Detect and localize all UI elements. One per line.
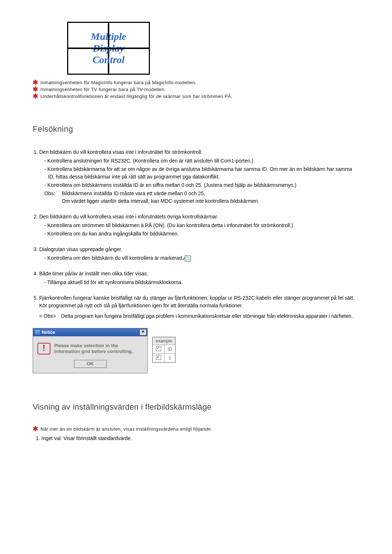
values-note: När mer än en bildskärm är ansluten, vis…	[40, 426, 212, 432]
checkbox-icon	[156, 355, 161, 360]
top-note: Inmatningsenheten för TV fungerar bara p…	[40, 87, 166, 92]
checkbox-icon	[185, 255, 191, 262]
trouble-lead: Både timer på/av är inställt men olika t…	[39, 271, 148, 276]
star-icon: ✱	[33, 94, 38, 99]
ok-button[interactable]: OK	[74, 360, 107, 368]
trouble-item-5: Fjärrkontrollen fungerar kanske bristfäl…	[39, 294, 359, 320]
trouble-sub: Kontrollera om bildskärmens inställda ID…	[44, 181, 359, 189]
obs-body: Detta program kan fungera bristfälligt p…	[61, 312, 359, 320]
trouble-lead: Fjärrkontrollen fungerar kanske bristfäl…	[39, 295, 354, 308]
trouble-item-1: Den bildskärm du vill kontrollera visas …	[39, 148, 359, 205]
heading-display-values: Visning av inställningsvärden i flerbild…	[33, 402, 359, 412]
top-note: Underhållskontrollfunktionen är endast t…	[40, 94, 232, 99]
id-value: 1	[164, 354, 175, 362]
multiple-display-control-logo: Multiple Display Control	[67, 22, 359, 75]
star-icon: ✱	[33, 80, 38, 85]
notice-dialog: Notice × Please make selection in the in…	[33, 328, 148, 373]
trouble-sub: Kontrollera om du kan ändra ingångskälla…	[44, 230, 359, 238]
logo-line1: Multiple	[91, 31, 126, 42]
checkbox-icon	[156, 346, 161, 351]
values-item-1: Inget val: Visar förinställt standardvär…	[41, 435, 359, 441]
top-note: Inmatningsenheten för MagicInfo fungerar…	[40, 80, 196, 85]
trouble-lead: Den bildskärm du vill kontrollera visas …	[39, 214, 218, 219]
trouble-item-4: Både timer på/av är inställt men olika t…	[39, 270, 359, 286]
dialog-title: Notice	[42, 330, 139, 335]
star-icon: ✱	[33, 87, 38, 92]
close-button[interactable]: ×	[139, 329, 147, 336]
trouble-sub: Kontrollera anslutningen för RS232C. (Ko…	[44, 157, 359, 165]
example-grid: example ID 1	[152, 337, 176, 363]
trouble-lead: Den bildskärm du vill kontrollera visas …	[39, 149, 203, 155]
trouble-sub: Tillämpa aktuell tid för att synkroniser…	[44, 279, 359, 286]
dialog-message: Please make selection in the information…	[54, 343, 143, 355]
app-icon	[34, 329, 40, 335]
trouble-item-2: Den bildskärm du vill kontrollera visas …	[39, 213, 359, 238]
logo-line3: Control	[93, 54, 125, 66]
trouble-item-3: Dialogrutan visas upprepade gånger. Kont…	[39, 246, 359, 262]
obs-label: Obs:	[44, 190, 62, 205]
obs-label: < Obs>	[39, 312, 61, 320]
star-icon: ✱	[33, 426, 38, 432]
id-header: ID	[164, 345, 175, 354]
trouble-sub: Kontrollera bildskärmarna för att se om …	[44, 165, 359, 181]
logo-line2: Display	[93, 42, 124, 54]
trouble-sub: Kontrollera om den bildskärm du vill kon…	[44, 254, 359, 262]
trouble-sub: Kontrollera om strömmen till bildskärmen…	[44, 222, 359, 229]
heading-troubleshooting: Felsökning	[33, 124, 359, 134]
obs-body: Bildskärmens inställda ID måste vara ett…	[62, 190, 359, 205]
example-header: example	[153, 337, 175, 345]
alert-icon	[37, 343, 50, 354]
trouble-lead: Dialogrutan visas upprepade gånger.	[39, 246, 122, 252]
